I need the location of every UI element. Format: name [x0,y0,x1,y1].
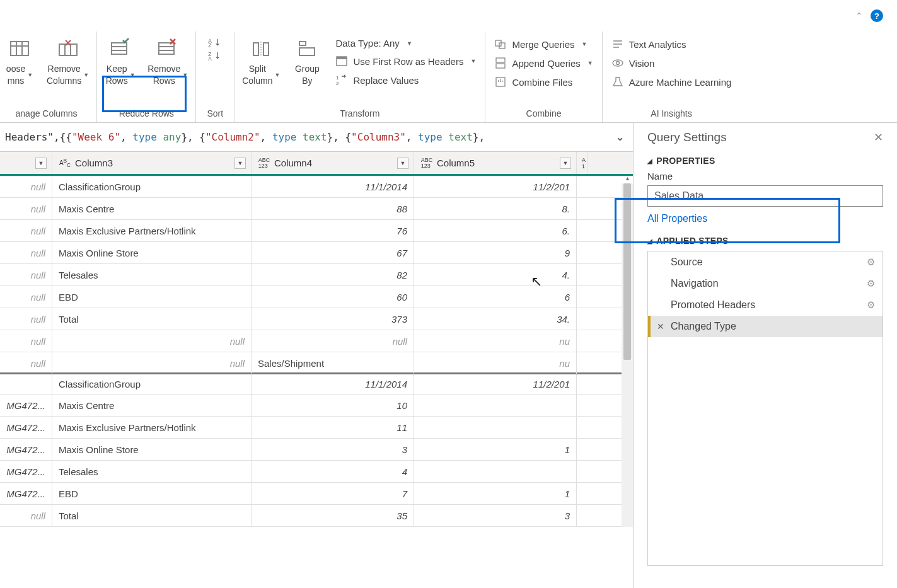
cell[interactable]: 34. [414,308,577,330]
vision-button[interactable]: Vision [611,57,732,69]
cell[interactable]: null [0,286,52,308]
cell[interactable]: null [0,198,52,219]
gear-icon[interactable]: ⚙ [867,299,875,311]
formula-expand-chevron[interactable]: ⌄ [612,131,628,143]
column-header[interactable]: ABC123Column4▼ [252,152,414,174]
table-row[interactable]: MG472...Maxis Exclusive Partners/Hotlink… [0,417,633,439]
text-analytics-button[interactable]: Text Analytics [611,38,732,50]
cell[interactable]: 3 [252,439,414,460]
cell[interactable]: 4 [252,461,414,482]
table-row[interactable]: nullMaxis Exclusive Partners/Hotlink766. [0,220,633,242]
cell[interactable]: 11/1/2014 [252,176,414,197]
cell[interactable]: MG472... [0,395,52,416]
cell[interactable]: 11/2/201 [414,374,577,394]
cell[interactable] [414,417,577,438]
cell[interactable]: 11 [252,417,414,438]
delete-step-icon[interactable]: ✕ [657,321,664,331]
cell[interactable]: 60 [252,286,414,308]
cell[interactable]: null [0,242,52,263]
filter-dropdown-icon[interactable]: ▼ [560,158,571,169]
gear-icon[interactable]: ⚙ [867,278,875,289]
table-row[interactable]: nullClassificationGroup11/1/201411/2/201 [0,176,633,198]
table-row[interactable]: nullnullnullnu [0,330,633,352]
data-type-button[interactable]: Data Type: Any▼ [335,38,476,49]
applied-step[interactable]: Source⚙ [648,251,883,273]
cell[interactable]: null [0,308,52,330]
query-name-input[interactable] [647,185,883,207]
cell[interactable]: null [0,352,52,374]
table-row[interactable]: nullTotal37334. [0,308,633,330]
group-by-button[interactable]: Group By [287,35,327,89]
cell[interactable]: 67 [252,242,414,263]
cell[interactable]: 4. [414,264,577,285]
append-queries-button[interactable]: Append Queries▼ [494,57,593,69]
cell[interactable]: 373 [252,308,414,330]
cell[interactable]: null [0,220,52,241]
cell[interactable]: ClassificationGroup [52,374,252,394]
remove-rows-button[interactable]: Remove Rows▼ [144,35,192,89]
cell[interactable]: 6. [414,220,577,241]
cell[interactable]: null [0,330,52,352]
cell[interactable]: Total [52,505,252,526]
datatype-icon[interactable]: ABC123 [257,158,272,169]
table-row[interactable]: ClassificationGroup11/1/201411/2/201 [0,372,633,395]
filter-dropdown-icon[interactable]: ▼ [35,158,47,169]
cell[interactable]: null [0,176,52,197]
cell[interactable]: nu [414,352,577,374]
cell[interactable]: null [0,505,52,526]
cell[interactable]: Maxis Exclusive Partners/Hotlink [52,417,252,438]
column-header[interactable]: ▼ [0,152,52,174]
cell[interactable]: Sales/Shipment [252,352,414,374]
table-row[interactable]: MG472...Maxis Centre10 [0,395,633,417]
cell[interactable]: 10 [252,395,414,416]
applied-steps-header[interactable]: ◢APPLIED STEPS [647,236,883,246]
azure-ml-button[interactable]: Azure Machine Learning [611,76,732,88]
cell[interactable]: ClassificationGroup [52,176,252,197]
sort-buttons[interactable]: AZ ZA [200,35,230,63]
first-row-headers-button[interactable]: Use First Row as Headers▼ [335,55,476,67]
split-column-button[interactable]: Split Column▼ [238,35,284,89]
cell[interactable]: 1 [414,483,577,504]
table-row[interactable]: nullTotal353 [0,505,633,527]
cell[interactable]: EBD [52,286,252,308]
properties-header[interactable]: ◢PROPERTIES [647,156,883,166]
cell[interactable]: nu [414,330,577,352]
help-icon[interactable]: ? [871,9,883,22]
gear-icon[interactable]: ⚙ [867,257,875,268]
all-properties-link[interactable]: All Properties [647,213,883,224]
cell[interactable]: Maxis Online Store [52,439,252,460]
cell[interactable]: Maxis Centre [52,395,252,416]
cell[interactable]: null [52,330,252,352]
cell[interactable]: null [52,352,252,374]
cell[interactable]: 1 [414,439,577,460]
table-row[interactable]: nullnullSales/Shipmentnu [0,352,633,374]
cell[interactable]: 3 [414,505,577,526]
close-icon[interactable]: ✕ [874,130,883,144]
cell[interactable]: Maxis Centre [52,198,252,219]
choose-columns-button[interactable]: oose mns▼ [0,35,39,89]
cell[interactable] [0,374,52,394]
cell[interactable]: 9 [414,242,577,263]
table-row[interactable]: nullMaxis Centre888. [0,198,633,220]
table-row[interactable]: MG472...EBD71 [0,483,633,505]
cell[interactable]: null [0,264,52,285]
table-row[interactable]: MG472...Telesales4 [0,461,633,483]
cell[interactable]: 11/2/201 [414,176,577,197]
cell[interactable]: Maxis Online Store [52,242,252,263]
cell[interactable]: Maxis Exclusive Partners/Hotlink [52,220,252,241]
cell[interactable]: 8. [414,198,577,219]
filter-dropdown-icon[interactable]: ▼ [234,158,246,169]
formula-bar[interactable]: Headers",{{"Week 6", type any}, {"Column… [0,123,633,152]
combine-files-button[interactable]: Combine Files [494,76,593,88]
cell[interactable]: MG472... [0,439,52,460]
applied-step[interactable]: ✕Changed Type [648,316,883,337]
column-header[interactable]: ABC123Column5▼ [414,152,577,174]
cell[interactable]: 35 [252,505,414,526]
cell[interactable]: 7 [252,483,414,504]
cell[interactable] [414,395,577,416]
applied-step[interactable]: Promoted Headers⚙ [648,294,883,316]
cell[interactable]: MG472... [0,483,52,504]
table-row[interactable]: nullMaxis Online Store679 [0,242,633,264]
remove-columns-button[interactable]: Remove Columns▼ [43,35,93,89]
keep-rows-button[interactable]: Keep Rows▼ [101,35,140,89]
